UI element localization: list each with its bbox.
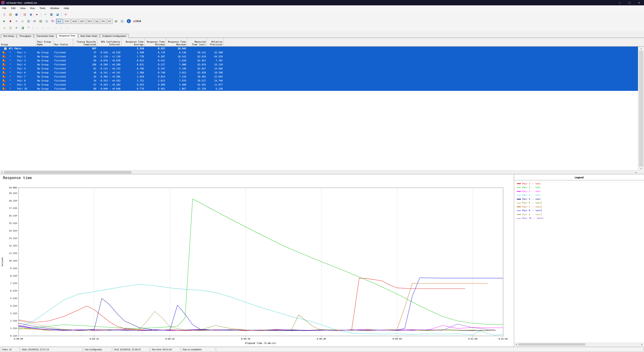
column-header-measured-time-sec[interactable]: MeasuredTime (sec) <box>187 38 207 46</box>
menu-window[interactable]: Window <box>48 5 62 11</box>
table-row-pair-5[interactable]: └Pair 5No GroupFinished82-0.115 : +0.115… <box>0 67 638 71</box>
table-row-pair-10[interactable]: └Pair 10No GroupFinished80-0.048 : +0.04… <box>0 87 638 91</box>
legend-scroll-left-icon[interactable]: ◄ <box>514 343 518 346</box>
report-icon[interactable]: ▧ <box>38 18 43 24</box>
legend-scrollbar-thumb[interactable] <box>518 343 585 346</box>
close-icon[interactable]: × <box>634 0 644 5</box>
filter-pg-button[interactable]: PG <box>100 18 106 24</box>
move-down-icon: ▭ <box>40 25 46 30</box>
new-group-icon[interactable]: ▱ <box>2 25 7 30</box>
multicast-group-icon[interactable]: # <box>14 25 19 30</box>
column-header-response-time-minimum[interactable]: Response TimeMinimum <box>145 38 166 46</box>
series-pair-2 <box>18 199 503 329</box>
new-test-icon[interactable]: ▯ <box>2 12 7 17</box>
tab-throughput[interactable]: Throughput <box>17 34 34 38</box>
vertical-scrollbar[interactable]: ▲ ▼ <box>638 47 644 171</box>
options-icon[interactable]: * <box>26 25 31 30</box>
menu-edit[interactable]: Edit <box>9 5 18 11</box>
table-row-pair-9[interactable]: └Pair 9No GroupFinished67-0.103 : +0.103… <box>0 83 638 87</box>
filter-ep1-button[interactable]: EP1 <box>79 18 86 24</box>
table-row-pair-1[interactable]: └Pair 1No GroupFinished37-0.520 : +0.520… <box>0 51 638 55</box>
menu-tools[interactable]: Tools <box>37 5 48 11</box>
tab-test-setup[interactable]: Test Setup <box>1 34 16 38</box>
tree-branch-icon: └ <box>6 51 14 55</box>
table-row-pair-7[interactable]: └Pair 7No GroupFinished36-0.366 : +0.366… <box>0 75 638 79</box>
legend-scrollbar[interactable]: ◄ ► <box>514 343 644 346</box>
scan-endpoints-icon[interactable]: ∞ <box>63 12 68 17</box>
legend-swatch <box>517 207 521 207</box>
horizontal-scrollbar-thumb[interactable] <box>4 171 132 174</box>
print-icon[interactable]: ▤ <box>22 12 28 17</box>
add-endpoint-pair-icon[interactable]: ≡ <box>14 18 19 24</box>
find-icon[interactable]: ◉ <box>28 12 34 17</box>
cell: No Group <box>36 59 53 63</box>
legend-scroll-right-icon[interactable]: ► <box>640 343 644 346</box>
column-header-response-time-maximum[interactable]: Response TimeMaximum <box>166 38 187 46</box>
column-header-relative-precision[interactable]: RelativePrecision <box>207 38 224 46</box>
minimize-icon[interactable]: – <box>615 0 624 5</box>
filter-tcp-button[interactable]: TCP <box>63 18 70 24</box>
percentile-icon[interactable]: % <box>50 18 55 24</box>
status-config-name: Ixia Configuratio <box>83 347 112 352</box>
info-icon[interactable]: i <box>127 19 131 23</box>
cell: 1.620 <box>122 75 145 79</box>
edit-pair-icon[interactable]: ◇ <box>20 18 25 24</box>
column-header-response-time-average[interactable]: Response TimeAverage <box>122 38 145 46</box>
filter-pc-button[interactable]: PC <box>107 18 112 24</box>
column-header-group[interactable]: Group <box>0 38 36 46</box>
cell: Finished <box>53 71 73 75</box>
svg-text:2.210: 2.210 <box>10 320 17 322</box>
legend-entry-pair-2: Pair 2 -- test <box>514 186 644 189</box>
maximize-icon[interactable]: □ <box>624 0 634 5</box>
run-test-icon[interactable]: ► <box>2 18 7 24</box>
snapshot-icon[interactable]: ▣ <box>113 18 119 24</box>
collapse-icon[interactable]: - <box>4 47 7 50</box>
column-header-run-status[interactable]: Run Status <box>53 38 73 46</box>
column-header-95-confidence-interval[interactable]: 95% ConfidenceInterval <box>97 38 122 46</box>
column-header-pair-group-name[interactable]: Pair GroupName <box>36 38 53 46</box>
cell: 1.012 <box>145 79 166 83</box>
filter-ep2-button[interactable]: EP2 <box>86 18 93 24</box>
menu-help[interactable]: Help <box>62 5 71 11</box>
pair-wizard-icon[interactable]: ◫ <box>8 25 13 30</box>
stop-test-icon[interactable]: ■ <box>8 18 13 24</box>
menu-run[interactable]: Run <box>28 5 37 11</box>
table-row-pair-4[interactable]: └Pair 4No GroupFinished100-0.209 : +0.20… <box>0 63 638 67</box>
vertical-scrollbar-thumb[interactable] <box>639 51 643 167</box>
filter-all-button[interactable]: ALL <box>56 18 62 24</box>
scroll-up-icon[interactable]: ▲ <box>638 47 644 51</box>
export-icon[interactable]: ▤ <box>120 18 125 24</box>
scroll-down-icon[interactable]: ▼ <box>638 167 644 171</box>
tab-transaction-rate[interactable]: Transaction Rate <box>34 34 56 38</box>
cell: 7.080 <box>166 63 187 67</box>
scroll-left-icon[interactable]: ◄ <box>0 171 4 174</box>
column-header-timing-records-completed[interactable]: Timing RecordsCompleted <box>73 38 97 46</box>
horizontal-scrollbar[interactable]: ◄ ► <box>0 170 638 174</box>
filter-sq-button[interactable]: SQ <box>94 18 100 24</box>
swap-endpoints-icon[interactable]: ⇄ <box>32 18 37 24</box>
table-row-pair-6[interactable]: └Pair 6No GroupFinished46-0.141 : +0.141… <box>0 71 638 75</box>
table-row-pair-8[interactable]: └Pair 8No GroupFinished34-0.433 : +0.433… <box>0 79 638 83</box>
table-row-pair-3[interactable]: └Pair 3No GroupFinished69-0.070 : +0.070… <box>0 59 638 63</box>
menu-view[interactable]: View <box>18 5 28 11</box>
chart-view-icon[interactable]: ◪ <box>55 12 60 17</box>
tab-endpoint-configuration[interactable]: Endpoint Configuration <box>100 34 129 38</box>
tab-raw-data-totals[interactable]: Raw Data Totals <box>78 34 100 38</box>
filter-scr-button[interactable]: SCR <box>71 18 78 24</box>
table-row-all-pairs[interactable]: -All Pairs5871.2100.22718.542 <box>0 47 638 51</box>
traffic-profile-icon[interactable]: ◨ <box>20 25 25 30</box>
tab-response-time[interactable]: Response Time <box>57 33 78 38</box>
scroll-right-icon[interactable]: ► <box>634 171 638 174</box>
duplicate-pair-icon[interactable]: ▥ <box>26 18 31 24</box>
save-test-icon[interactable]: ▣ <box>14 12 19 17</box>
grid-view-icon[interactable]: ▦ <box>49 12 54 17</box>
table-row-pair-2[interactable]: └Pair 2No GroupFinished36-1.118 : +1.118… <box>0 55 638 59</box>
svg-text:13.210: 13.210 <box>9 237 17 240</box>
open-test-icon[interactable]: ▨ <box>8 12 13 17</box>
cell-group: └Pair 5 <box>0 67 36 71</box>
cell: No Group <box>36 71 53 75</box>
menu-file[interactable]: File <box>0 5 9 11</box>
timing-icon[interactable]: ◷ <box>44 18 49 24</box>
add-pair-icon[interactable]: + <box>42 12 48 17</box>
abort-icon[interactable]: ● <box>34 12 40 17</box>
